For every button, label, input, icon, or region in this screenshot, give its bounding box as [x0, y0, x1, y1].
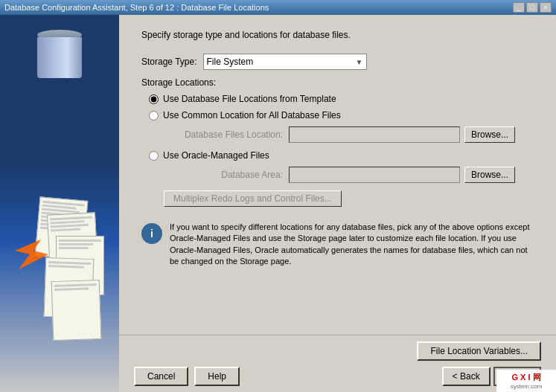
radio-oracle-managed[interactable] [149, 151, 159, 161]
content-area: Specify storage type and locations for d… [119, 15, 556, 335]
storage-type-row: Storage Type: File System ▼ [141, 54, 534, 70]
storage-type-label: Storage Type: [141, 57, 197, 67]
papers-area [15, 199, 104, 347]
left-panel [0, 15, 119, 392]
browse-files-button[interactable]: Browse... [464, 126, 515, 143]
minimize-button[interactable]: _ [513, 2, 525, 13]
svg-marker-0 [15, 240, 48, 269]
storage-locations-label: Storage Locations: [141, 77, 534, 88]
main-window: Specify storage type and locations for d… [0, 15, 556, 392]
db-area-input[interactable] [289, 167, 460, 183]
db-files-location-input[interactable] [289, 126, 460, 143]
nav-row: Cancel Help < Back Next > [134, 367, 541, 386]
file-location-row: File Location Variables... [134, 341, 541, 361]
radio-row-1: Use Database File Locations from Templat… [149, 94, 534, 104]
database-illustration [37, 30, 82, 82]
radio-common[interactable] [149, 111, 159, 121]
description-text: Specify storage type and locations for d… [141, 30, 534, 40]
maximize-button[interactable]: □ [526, 2, 538, 13]
db-files-location-label: Database Files Location: [164, 129, 283, 140]
back-button[interactable]: < Back [442, 367, 491, 386]
db-area-label: Database Area: [164, 170, 283, 180]
arrow-icon [15, 236, 52, 273]
browse-area-button[interactable]: Browse... [464, 167, 515, 183]
radio-row-2: Use Common Location for All Database Fil… [149, 110, 534, 121]
radio-row-3: Use Oracle-Managed Files [149, 150, 534, 161]
radio-oracle-managed-label: Use Oracle-Managed Files [163, 150, 269, 161]
file-location-variables-button[interactable]: File Location Variables... [417, 341, 541, 361]
radio-common-label: Use Common Location for All Database Fil… [163, 110, 341, 121]
cylinder-body [37, 37, 82, 78]
watermark: G X I 网 system.com [496, 370, 556, 392]
multiplex-row: Multiplex Redo Logs and Control Files... [141, 190, 534, 216]
radio-template-label: Use Database File Locations from Templat… [163, 94, 336, 104]
radio-template[interactable] [149, 94, 159, 104]
window-title: Database Configuration Assistant, Step 6… [4, 3, 269, 12]
paper-5 [51, 280, 102, 341]
title-bar: Database Configuration Assistant, Step 6… [0, 0, 556, 15]
db-files-location-row: Database Files Location: Browse... [164, 126, 534, 143]
window-controls[interactable]: _ □ × [513, 2, 552, 13]
storage-type-dropdown[interactable]: File System ▼ [203, 54, 367, 70]
right-panel: Specify storage type and locations for d… [119, 15, 556, 392]
info-text: If you want to specify different locatio… [170, 222, 534, 268]
bottom-bar: File Location Variables... Cancel Help <… [119, 335, 556, 392]
close-button[interactable]: × [540, 2, 552, 13]
nav-left: Cancel Help [134, 367, 240, 386]
multiplex-button[interactable]: Multiplex Redo Logs and Control Files... [164, 190, 342, 207]
info-icon: i [141, 223, 162, 244]
storage-type-value: File System [207, 57, 254, 67]
dropdown-arrow-icon: ▼ [356, 58, 363, 66]
cancel-button[interactable]: Cancel [134, 367, 188, 386]
info-box: i If you want to specify different locat… [141, 222, 534, 268]
help-button[interactable]: Help [194, 367, 240, 386]
db-area-row: Database Area: Browse... [164, 167, 534, 183]
